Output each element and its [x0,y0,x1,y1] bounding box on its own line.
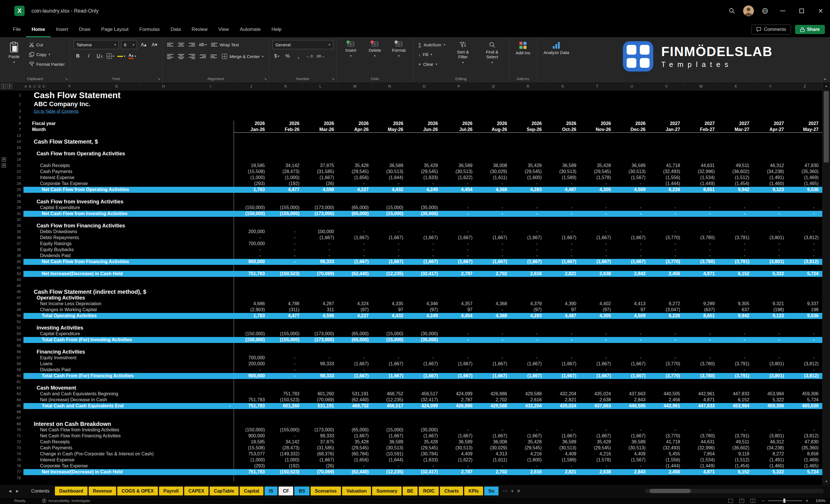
cell-R53[interactable]: - [511,331,545,337]
cell-V31[interactable]: - [649,211,684,217]
cell-X57[interactable]: - [719,355,753,361]
cell-K23[interactable]: (1,000) [268,175,303,181]
cell-Q37[interactable]: - [476,241,511,247]
cell-S22[interactable]: (30,513) [545,169,580,175]
cell-S76[interactable]: - [545,463,580,469]
cell-O38[interactable]: - [407,247,442,253]
cell-Z7[interactable]: May-27 [788,127,822,133]
cell-L57[interactable]: - [303,355,338,361]
cell-U65[interactable]: 440,505 [615,403,649,409]
cell-N65[interactable]: 456,517 [372,403,407,409]
cell-N58[interactable]: (1,667) [372,361,407,367]
cell-W65[interactable]: 447,833 [684,403,719,409]
cell-W50[interactable]: 8,651 [684,313,719,319]
cell-M65[interactable]: 468,752 [338,403,372,409]
cell-J48[interactable]: 4,686 [234,301,268,307]
cell-M74[interactable]: (60,784) [338,451,372,457]
cell-J7[interactable]: Jan-26 [234,127,268,133]
cell-M40[interactable]: (1,667) [338,259,372,265]
cell-X25[interactable]: 9,942 [719,187,753,193]
cell-Q64[interactable]: 2,702 [476,397,511,403]
cell-Z40[interactable]: (3,812) [788,259,822,265]
cell-P24[interactable]: - [442,181,476,187]
cell-N59[interactable]: - [372,367,407,373]
cell-M39[interactable]: - [338,253,372,259]
cell-W25[interactable]: 8,651 [684,187,719,193]
cell-J50[interactable]: 1,783 [234,313,268,319]
cell-V70[interactable]: - [649,427,684,433]
cell-V37[interactable]: - [649,241,684,247]
cell-P65[interactable]: 426,886 [442,403,476,409]
page-break-view-icon[interactable] [751,499,755,503]
cell-P74[interactable]: 4,409 [442,451,476,457]
cell-Y58[interactable]: (3,801) [753,361,788,367]
cell-S7[interactable]: Oct-26 [545,127,580,133]
cell-T64[interactable]: 2,638 [580,397,615,403]
cell-U23[interactable]: (1,567) [615,175,649,181]
cell-J25[interactable]: 1,783 [234,187,268,193]
cell-L31[interactable]: (173,000) [303,211,338,217]
sheet-tab-cf[interactable]: CF [279,486,293,496]
zoom-out-icon[interactable]: − [762,498,764,503]
column-header-V[interactable]: V [649,83,684,90]
row-header-45[interactable]: 45 [8,289,24,295]
cell-P53[interactable]: - [442,331,476,337]
cell-L72[interactable]: 37,875 [303,439,338,445]
cell-J75[interactable]: (1,000) [234,457,268,463]
cell-Z76[interactable]: (1,465) [788,463,822,469]
cell-U71[interactable]: (1,667) [615,433,649,439]
cell-J72[interactable]: 18,585 [234,439,268,445]
cell-N21[interactable]: 36,589 [372,163,407,169]
cell-Z29[interactable]: - [788,205,822,211]
cell-Q24[interactable]: - [476,181,511,187]
cell-P64[interactable]: 2,787 [442,397,476,403]
cell-V72[interactable]: 41,718 [649,439,684,445]
tab-nav-right-icon[interactable]: ▶ [16,489,19,493]
row-header-23[interactable]: 23 [8,175,24,181]
cell-T72[interactable]: 35,428 [580,439,615,445]
sheet-tab-charts[interactable]: Charts [440,486,463,496]
cell-M25[interactable]: 4,227 [338,187,372,193]
cell-W74[interactable]: 7,854 [684,451,719,457]
column-header-M[interactable]: M [338,83,372,90]
increase-indent-button[interactable] [210,52,218,61]
row-header-58[interactable]: 58 [8,361,24,367]
share-button[interactable]: Share [795,25,825,34]
cell-R39[interactable]: - [511,253,545,259]
row-header-65[interactable]: 65 [8,403,24,409]
cell-Z65[interactable]: 465,030 [788,403,822,409]
row-header-76[interactable]: 76 [8,463,24,469]
cell-U75[interactable]: (1,567) [615,457,649,463]
cell-Q57[interactable]: - [476,355,511,361]
cell-U63[interactable]: 437,663 [615,391,649,397]
cell-W37[interactable]: - [684,241,719,247]
cell-M29[interactable]: (65,000) [338,205,372,211]
cell-R71[interactable]: (1,667) [511,433,545,439]
cell-N77[interactable]: (12,235) [372,469,407,475]
row-header-49[interactable]: 49 [8,307,24,313]
column-header-X[interactable]: X [719,83,753,90]
cell-U40[interactable]: (1,667) [615,259,649,265]
horizontal-scrollbar[interactable] [645,489,824,493]
cell-V64[interactable]: 2,456 [649,397,684,403]
cell-Z72[interactable]: 47,830 [788,439,822,445]
cell-T42[interactable]: 2,638 [580,271,615,277]
cell-M49[interactable]: (97) [338,307,372,313]
cell-V38[interactable]: - [649,247,684,253]
cell-L74[interactable]: (68,376) [303,451,338,457]
cell-T54[interactable]: - [580,337,615,343]
sheet-tab-is[interactable]: IS [264,486,278,496]
cell-V23[interactable]: (1,556) [649,175,684,181]
cell-P39[interactable]: - [442,253,476,259]
grow-font-button[interactable]: A▴ [139,40,148,49]
cell-Q42[interactable]: 2,702 [476,271,511,277]
cell-O65[interactable]: 424,099 [407,403,442,409]
cell-S74[interactable]: 4,409 [545,451,580,457]
cell-Y37[interactable]: - [753,241,788,247]
comma-style-button[interactable]: , [294,52,303,60]
cell-X54[interactable]: - [719,337,753,343]
cell-U59[interactable]: - [615,367,649,373]
cell-O53[interactable]: (35,000) [407,331,442,337]
column-header-A[interactable]: A [24,83,28,90]
cell-R25[interactable]: 4,283 [511,187,545,193]
